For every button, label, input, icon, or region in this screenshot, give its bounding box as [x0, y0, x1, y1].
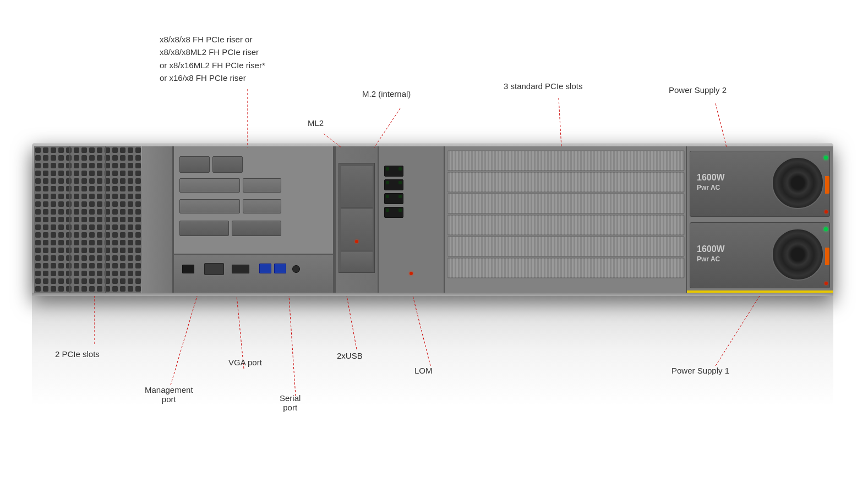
svg-line-26 — [347, 296, 357, 349]
svg-rect-8 — [447, 172, 684, 192]
svg-rect-16 — [447, 258, 684, 278]
bracket-section — [142, 146, 172, 295]
management-port-label: Managementport — [145, 385, 193, 404]
svg-line-27 — [413, 296, 430, 366]
svg-line-23 — [171, 296, 197, 385]
m2-internal-label: M.2 (internal) — [362, 89, 411, 98]
psu-section: 1600W Pwr AC 1600W Pwr AC — [687, 146, 833, 295]
svg-line-20 — [559, 98, 561, 147]
power-supply-2-label: Power Supply 2 — [669, 85, 727, 95]
pcie-riser-label: x8/x8/x8 FH PCIe riser or x8/x8/x8ML2 FH… — [160, 33, 265, 84]
lom-label: LOM — [414, 366, 433, 375]
lom-section — [379, 146, 445, 295]
svg-line-19 — [374, 108, 400, 147]
svg-rect-12 — [447, 215, 684, 235]
usb-label: 2xUSB — [337, 351, 363, 360]
two-pcie-slots-label: 2 PCIe slots — [55, 349, 100, 359]
svg-rect-10 — [447, 194, 684, 213]
main-pcie-section — [445, 146, 687, 295]
ml2-label: ML2 — [308, 118, 324, 128]
honeycomb-svg — [34, 146, 141, 295]
svg-line-21 — [716, 103, 727, 147]
svg-line-25 — [289, 296, 296, 396]
ml2-section: ◄3 ◄4 ◄5 — [335, 146, 379, 295]
power-supply-1-label: Power Supply 1 — [672, 366, 729, 375]
svg-rect-6 — [447, 151, 684, 171]
svg-rect-1 — [34, 146, 141, 295]
svg-line-28 — [716, 296, 760, 366]
server-diagram: // Will be done via SVG pattern below — [0, 0, 868, 488]
server-bottom-edge — [32, 293, 833, 296]
riser-section — [172, 146, 335, 295]
vga-port-label: VGA port — [228, 358, 262, 367]
pcie-slots-svg — [445, 146, 687, 295]
standard-pcie-slots-label: 3 standard PCIe slots — [504, 81, 582, 91]
serial-port-label: Serialport — [280, 393, 301, 412]
svg-rect-14 — [447, 237, 684, 256]
